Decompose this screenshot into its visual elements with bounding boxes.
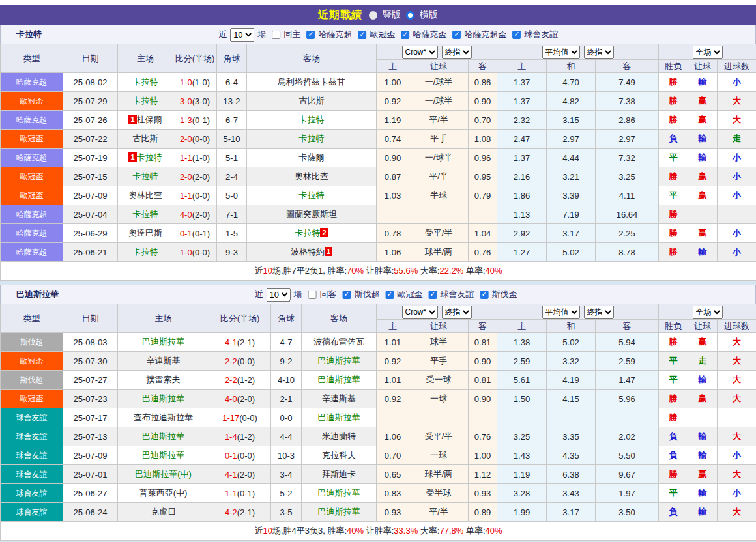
avg-draw-value: 2.97 — [547, 130, 596, 149]
same-venue-label[interactable]: 同客 — [320, 289, 337, 300]
summary-cell: 近10场,胜4平3负3, 胜率:40% 让胜率:33.3% 大率:77.8% 单… — [1, 522, 756, 541]
match-score: 1-0(0-0) — [173, 243, 217, 262]
odds-away-value: 0.70 — [469, 111, 497, 130]
same-venue-label[interactable]: 同主 — [284, 29, 300, 40]
summary-segment: 40% — [347, 526, 364, 535]
halftime-score: (0-0) — [192, 191, 210, 201]
halftime-score: (1-0) — [192, 78, 210, 87]
result-handicap-text: 輸 — [699, 507, 707, 517]
avg-select[interactable]: 平均值 — [542, 46, 580, 59]
match-row: 哈薩克超25-06-29奧達巴斯0-1(0-1)1-5卡拉特20.78受平/半1… — [1, 224, 756, 243]
league-filter-0-label[interactable]: 哈薩克超 — [318, 29, 352, 40]
home-team-name: 卡拉特 — [137, 152, 162, 162]
match-row: 哈薩克超25-07-261杜保爾1-3(0-1)6-7卡拉特1.19平/半0.7… — [1, 111, 756, 130]
col-corner: 角球 — [271, 304, 302, 333]
league-filter-0-checkbox[interactable] — [306, 31, 315, 39]
vertical-layout-radio[interactable] — [369, 11, 377, 20]
match-row: 哈薩克超25-07-04卡拉特4-0(2-0)7-1圖蘭突厥斯坦1.137.19… — [1, 205, 756, 224]
away-team-text: 奧林比查 — [295, 171, 328, 181]
panel-header: 巴迪斯拉華近10場同客斯伐超歐冠盃球會友誼斯伐盃 — [0, 285, 756, 304]
home-team: 1卡拉特 — [118, 149, 173, 167]
league-badge: 球會友誼 — [1, 484, 63, 503]
result-handicap — [688, 408, 718, 427]
result-outcome-text: 平 — [669, 375, 678, 384]
avg-away-value: 2.02 — [596, 427, 659, 446]
league-filter-2-checkbox[interactable] — [401, 31, 409, 39]
league-filter-4-label[interactable]: 球會友誼 — [524, 29, 558, 40]
result-handicap-text: 赢 — [699, 171, 707, 181]
halftime-score: (2-1) — [237, 337, 255, 347]
league-filter-3-checkbox[interactable] — [480, 291, 489, 299]
odds-final-select[interactable]: 終指 — [442, 306, 472, 319]
league-filter-1-label[interactable]: 歐冠盃 — [398, 289, 423, 300]
avg-away-value: 9.67 — [596, 465, 659, 484]
league-filter-3-label[interactable]: 哈薩克超盃 — [464, 29, 506, 40]
league-filter-0-checkbox[interactable] — [343, 291, 351, 299]
away-team: 卡拉特 — [247, 111, 377, 130]
avg-draw-value: 3.39 — [547, 186, 596, 205]
away-team-name: 辛連斯基 — [322, 393, 356, 403]
horizontal-layout-radio[interactable] — [406, 11, 414, 20]
col-result-wdl: 胜负 — [659, 320, 688, 333]
away-team-text: 辛連斯基 — [322, 393, 356, 403]
avg-draw-value: 5.02 — [547, 333, 596, 352]
fulltime-score: 2-0 — [180, 134, 192, 144]
vertical-layout-label[interactable]: 豎版 — [383, 9, 401, 21]
league-filter-1-checkbox[interactable] — [358, 31, 366, 39]
summary-segment: 近 — [254, 526, 263, 535]
avg-home-value: 1.27 — [497, 243, 547, 262]
result-handicap: 赢 — [688, 186, 718, 205]
same-venue-checkbox[interactable] — [272, 31, 280, 39]
league-filter-2-checkbox[interactable] — [429, 291, 437, 299]
avg-home-value: 2.59 — [497, 352, 547, 371]
result-outcome: 負 — [659, 130, 688, 149]
avg-home-value: 1.99 — [497, 503, 547, 522]
league-filter-2-label[interactable]: 球會友誼 — [441, 289, 474, 300]
odds-final-select[interactable]: 終指 — [442, 46, 472, 59]
scope-select[interactable]: 全场 — [693, 46, 723, 59]
league-filter-1-label[interactable]: 歐冠盃 — [370, 29, 395, 40]
avg-select[interactable]: 平均值 — [542, 306, 580, 319]
home-team-name: 巴迪斯拉華 — [142, 337, 184, 347]
league-filter-1-checkbox[interactable] — [386, 291, 394, 299]
home-team-name: 卡拉特 — [133, 247, 158, 257]
avg-final-select[interactable]: 終指 — [584, 306, 614, 319]
league-filter-3-label[interactable]: 斯伐盃 — [492, 289, 517, 300]
avg-home-value: 3.28 — [497, 484, 547, 503]
col-home: 主场 — [118, 304, 209, 333]
league-filter-0-label[interactable]: 斯伐超 — [355, 289, 380, 300]
odds-company-select[interactable]: Crow* — [402, 46, 438, 59]
avg-draw-value: 7.19 — [547, 205, 596, 224]
corner-score: 9-3 — [217, 243, 247, 262]
away-team: 辛連斯基 — [302, 390, 377, 408]
same-venue-checkbox[interactable] — [308, 291, 317, 299]
result-outcome-text: 勝 — [669, 412, 678, 422]
scope-select[interactable]: 全场 — [693, 306, 723, 319]
odds-away-value: 0.86 — [469, 73, 497, 92]
league-filter-2-label[interactable]: 哈薩克盃 — [413, 29, 446, 40]
result-handicap: 赢 — [688, 111, 718, 130]
games-count-select[interactable]: 10 — [267, 288, 291, 302]
odds-away-value: 0.90 — [469, 390, 497, 408]
odds-home-value: 0.92 — [377, 390, 409, 408]
league-filter-3-checkbox[interactable] — [452, 31, 461, 39]
result-outcome: 勝 — [659, 390, 688, 408]
col-away: 客场 — [247, 44, 377, 73]
result-goals-text: 小 — [733, 247, 741, 257]
fulltime-score: 1-0 — [180, 78, 192, 87]
avg-final-select[interactable]: 終指 — [584, 46, 614, 59]
match-row: 歐冠盃25-07-09奧林比查1-1(0-0)5-0卡拉特1.03半球0.791… — [1, 186, 756, 205]
league-filter-4-checkbox[interactable] — [512, 31, 521, 39]
avg-draw-value: 6.38 — [547, 465, 596, 484]
col-odds-line: 让球 — [409, 60, 469, 73]
avg-away-value: 2.86 — [596, 111, 659, 130]
avg-home-value: 2.16 — [497, 167, 547, 186]
result-goals: 大 — [718, 427, 756, 446]
result-outcome-text: 負 — [669, 507, 678, 517]
halftime-score: (2-0) — [192, 210, 210, 220]
odds-company-select[interactable]: Crow* — [402, 306, 438, 319]
summary-segment: 大率: — [418, 526, 439, 535]
home-team-name: 巴迪斯拉華 — [142, 450, 184, 460]
horizontal-layout-label[interactable]: 橫版 — [420, 9, 438, 21]
games-count-select[interactable]: 10 — [230, 28, 254, 42]
